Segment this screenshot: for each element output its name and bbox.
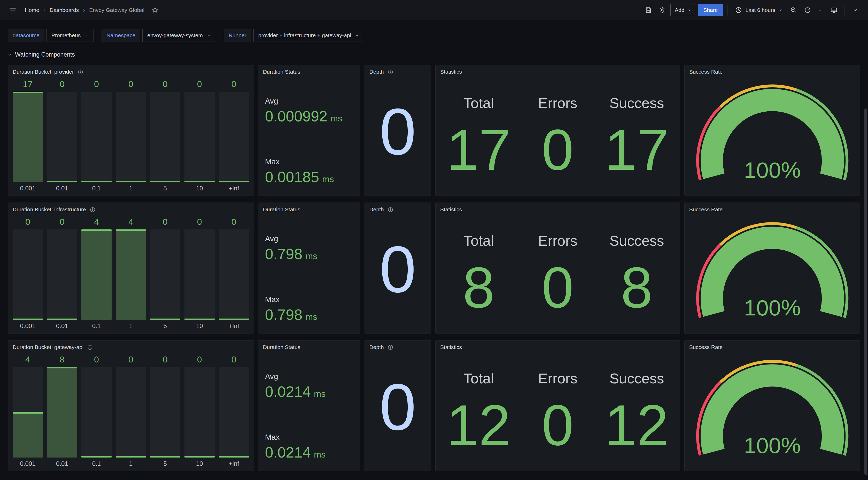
bar: 0+Inf: [219, 75, 249, 192]
bar-track: [82, 92, 112, 182]
zoom-out-time-button[interactable]: [788, 4, 800, 16]
hamburger-icon: [8, 6, 17, 14]
stat-label: Success: [610, 232, 664, 249]
chevron-down-icon: [687, 8, 691, 12]
stat-label: Max: [265, 433, 353, 442]
bar-value-label: 4: [13, 355, 43, 364]
breadcrumb-dashboards[interactable]: Dashboards: [50, 7, 79, 13]
bar-cap: [47, 319, 77, 320]
panel-title: Statistics: [440, 69, 462, 75]
dashboard-variable: datasource Prometheus: [8, 29, 94, 42]
save-icon: [645, 6, 652, 14]
success-rate-gauge: 100%: [685, 350, 860, 471]
panel-header: Success Rate: [685, 203, 860, 213]
variable-dropdown[interactable]: provider + infrastructure + gateway-api: [253, 29, 365, 42]
refresh-icon: [804, 6, 811, 14]
toolbar-divider: [727, 5, 728, 15]
dashboard-settings-button[interactable]: [656, 4, 668, 16]
panel-title: Depth: [369, 206, 384, 213]
bar-category-label: 0.01: [47, 460, 77, 467]
duration-status-panel: Duration Status Avg 0.798 ms Max 0.798 m…: [258, 203, 361, 333]
bar-category-label: 5: [150, 322, 180, 330]
kiosk-mode-button[interactable]: [828, 4, 840, 16]
favorite-button[interactable]: [149, 4, 161, 16]
stat-column: Total 8: [439, 213, 518, 333]
bar-value-label: 0: [150, 79, 180, 89]
stat-number: 0.798: [265, 245, 303, 263]
bar-value-label: 0: [82, 355, 112, 364]
dashboard-variable: Runner provider + infrastructure + gatew…: [224, 29, 364, 42]
stat-unit: ms: [306, 251, 317, 261]
info-icon[interactable]: [388, 344, 394, 350]
refresh-interval-button[interactable]: [814, 4, 826, 16]
bar-cap: [13, 412, 43, 414]
depth-value: 0: [365, 374, 431, 440]
bar-category-label: 10: [184, 322, 215, 330]
bar-track: [219, 92, 249, 182]
bar-value-label: 17: [13, 79, 43, 89]
bar-track: [184, 92, 215, 182]
stat-block: Max 0.0214 ms: [265, 433, 353, 461]
bar-gauge-chart: 00.00100.0140.141050100+Inf: [8, 213, 254, 333]
variable-dropdown[interactable]: Prometheus: [46, 29, 94, 42]
success-rate-gauge: 100%: [685, 213, 860, 333]
info-icon[interactable]: [388, 69, 394, 75]
panel-header: Statistics: [436, 203, 680, 213]
refresh-button[interactable]: [802, 4, 813, 16]
panel-header: Depth: [365, 65, 431, 75]
stat-label: Total: [463, 95, 494, 111]
share-button[interactable]: Share: [698, 4, 723, 16]
panel-title: Duration Status: [263, 69, 301, 75]
bar-category-label: 5: [150, 185, 180, 192]
stat-value: 0.798 ms: [265, 306, 353, 323]
menu-button[interactable]: [7, 4, 19, 16]
panel-header: Duration Bucket: infrastructure: [8, 203, 254, 213]
bar-value-label: 0: [116, 355, 146, 364]
row-section-header[interactable]: Watching Components: [7, 51, 868, 58]
variable-dropdown[interactable]: envoy-gateway-system: [142, 29, 216, 42]
bar-track: [184, 230, 215, 320]
time-range-picker[interactable]: Last 6 hours: [733, 4, 785, 16]
stat-number: 0.798: [265, 306, 303, 323]
bar-category-label: 1: [116, 322, 146, 330]
collapse-toolbar-button[interactable]: [849, 4, 861, 16]
add-button[interactable]: Add: [671, 4, 696, 16]
info-icon[interactable]: [87, 344, 93, 350]
star-icon: [152, 7, 158, 13]
scrollbar-thumb[interactable]: [864, 109, 867, 475]
statistics-panel: Statistics Total 17 Errors 0 Success 17: [435, 65, 680, 196]
bar-track: [47, 367, 77, 457]
statistics-columns: Total 8 Errors 0 Success 8: [436, 213, 680, 333]
bar-category-label: 0.001: [13, 460, 43, 467]
bar-gauge-chart: 40.00180.0100.101050100+Inf: [8, 350, 254, 471]
info-icon[interactable]: [90, 207, 96, 213]
panel-title: Success Rate: [689, 344, 723, 350]
bar: 00.1: [82, 350, 112, 467]
magnifier-minus-icon: [790, 6, 797, 14]
breadcrumb-home[interactable]: Home: [25, 7, 39, 13]
bar: 010: [184, 213, 215, 330]
bar: 05: [150, 213, 180, 330]
bar-category-label: 10: [184, 460, 215, 467]
panel-header: Duration Status: [258, 203, 360, 213]
bar: 80.01: [47, 350, 77, 467]
stat-block: Avg 0.0214 ms: [265, 372, 353, 400]
bar-cap: [150, 319, 180, 320]
chevron-down-icon: [778, 8, 783, 12]
stat-column: Errors 0: [518, 75, 597, 196]
bar-track: [150, 367, 180, 457]
depth-value: 0: [365, 99, 431, 164]
info-icon[interactable]: [388, 207, 394, 213]
stat-column: Total 12: [439, 350, 518, 471]
bar: 00.1: [82, 75, 112, 192]
stat-column: Success 8: [597, 213, 676, 333]
variable-label: datasource: [8, 29, 44, 42]
chevron-down-icon: [207, 33, 211, 38]
save-dashboard-button[interactable]: [643, 4, 654, 16]
gauge-value-text: 100%: [744, 158, 801, 182]
bar-fill: [82, 230, 112, 320]
duration-stats: Avg 0.000992 ms Max 0.00185 ms: [258, 75, 360, 196]
bar-cap: [150, 181, 180, 182]
bar-cap: [82, 230, 112, 231]
info-icon[interactable]: [78, 69, 84, 75]
